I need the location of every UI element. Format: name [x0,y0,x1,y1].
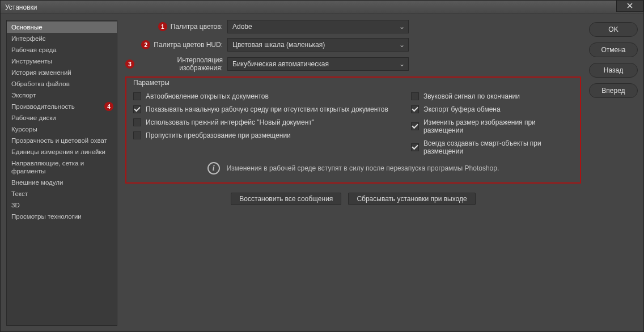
label-interpolation: Интерполяция изображения: [138,56,223,72]
chevron-down-icon: ⌄ [399,41,405,49]
label-hud-picker: Палитра цветов HUD: [154,41,223,49]
reset-on-exit-button[interactable]: Сбрасывать установки при выходе [348,193,475,205]
close-icon [627,2,633,10]
chevron-down-icon: ⌄ [399,23,405,31]
cancel-button[interactable]: Отмена [589,42,638,57]
sidebar-item-3d[interactable]: 3D [7,199,117,211]
check-smartobject-on-place[interactable]: Всегда создавать смарт-объекты при разме… [411,139,573,155]
info-text: Изменения в рабочей среде вступят в силу… [227,164,499,172]
dialog-body: Основные Интерфейс Рабочая среда Инструм… [1,14,643,331]
annotation-badge-1: 1 [158,22,167,31]
sidebar-item-workspace[interactable]: Рабочая среда [7,44,117,56]
checkbox-icon [411,143,419,151]
checkbox-icon [411,92,419,100]
check-beep[interactable]: Звуковой сигнал по окончании [411,92,573,100]
options-fieldset: Параметры Автообновление открытых докуме… [125,76,581,184]
row-hud-picker: 2 Палитра цветов HUD: Цветовая шкала (ма… [125,38,581,52]
sidebar-item-performance[interactable]: Производительность [7,101,117,112]
label-color-picker: Палитра цветов: [171,23,223,31]
checkbox-icon [411,105,419,113]
annotation-badge-2: 2 [141,40,150,49]
close-button[interactable] [616,1,643,12]
main-panel: 1 Палитра цветов: Adobe ⌄ 2 Палитра цвет… [125,20,581,326]
sidebar-item-type[interactable]: Текст [7,188,117,199]
row-color-picker: 1 Палитра цветов: Adobe ⌄ [125,20,581,33]
checkbox-icon [133,118,141,126]
sidebar-item-plugins[interactable]: Внешние модули [7,177,117,188]
checkbox-icon [411,122,419,130]
info-icon: i [207,162,220,174]
sidebar-item-guides[interactable]: Направляющие, сетка и фрагменты [7,158,117,177]
sidebar-item-cursors[interactable]: Курсоры [7,124,117,135]
checkbox-icon [133,131,141,139]
restore-messages-button[interactable]: Восстановить все сообщения [231,193,341,205]
annotation-badge-4: 4 [104,102,113,111]
forward-button[interactable]: Вперед [589,83,638,98]
sidebar-item-filehandling[interactable]: Обработка файлов [7,78,117,90]
sidebar-item-export[interactable]: Экспорт [7,90,117,101]
checkbox-icon [133,105,141,113]
annotation-badge-3: 3 [125,59,134,69]
sidebar-item-general[interactable]: Основные [7,22,117,33]
preferences-window: Установки Основные Интерфейс Рабочая сре… [0,0,644,332]
dropdown-interpolation[interactable]: Бикубическая автоматическая ⌄ [227,57,409,71]
sidebar-item-units[interactable]: Единицы измерения и линейки [7,146,117,158]
options-grid: Автообновление открытых документов Показ… [133,92,573,155]
sidebar-item-techpreview[interactable]: Просмотры технологии [7,211,117,222]
sidebar-item-transparency[interactable]: Прозрачность и цветовой охват [7,135,117,146]
options-legend: Параметры [133,79,170,87]
check-resize-on-place[interactable]: Изменить размер изображения при размещен… [411,118,573,134]
sidebar-item-scratch[interactable]: Рабочие диски [7,112,117,124]
right-button-column: OK Отмена Назад Вперед [589,20,638,326]
dropdown-color-picker[interactable]: Adobe ⌄ [227,20,409,33]
sidebar-item-interface[interactable]: Интерфейс [7,33,117,44]
check-legacy-newdoc[interactable]: Использовать прежний интерфейс "Новый до… [133,118,394,126]
back-button[interactable]: Назад [589,63,638,78]
window-title: Установки [5,3,37,11]
info-row: i Изменения в рабочей среде вступят в си… [133,162,573,174]
check-auto-update[interactable]: Автообновление открытых документов [133,92,394,100]
dropdown-hud-picker[interactable]: Цветовая шкала (маленькая) ⌄ [227,38,409,52]
check-show-start-workspace[interactable]: Показывать начальную рабочую среду при о… [133,105,394,113]
sidebar-item-history[interactable]: История изменений [7,67,117,78]
check-export-clipboard[interactable]: Экспорт буфера обмена [411,105,573,113]
checkbox-icon [133,92,141,100]
row-interpolation: 3 Интерполяция изображения: Бикубическая… [125,56,581,72]
ok-button[interactable]: OK [589,22,638,37]
sidebar-item-tools[interactable]: Инструменты [7,56,117,67]
check-skip-transform[interactable]: Пропустить преобразование при размещении [133,131,394,139]
titlebar: Установки [1,1,643,14]
sidebar: Основные Интерфейс Рабочая среда Инструм… [6,20,117,326]
bottom-button-row: Восстановить все сообщения Сбрасывать ус… [125,193,581,205]
chevron-down-icon: ⌄ [399,60,405,68]
